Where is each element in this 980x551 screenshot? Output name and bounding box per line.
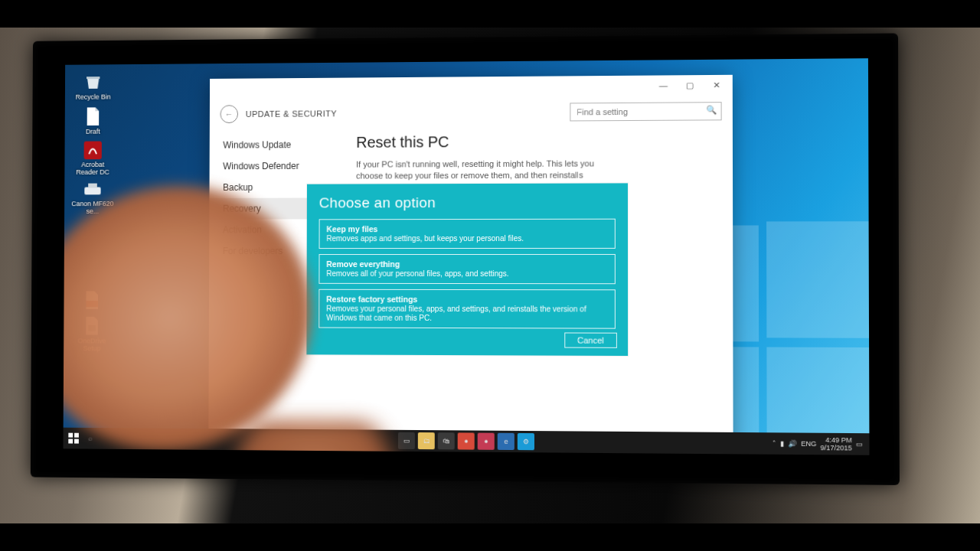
icon-label: Draft bbox=[86, 128, 100, 135]
taskbar: ⌕ ▭ 🗂 🛍 ● ● e ⚙ ˄ ▮ 🔊 ENG 4:49 PM bbox=[63, 428, 869, 455]
option-title: Remove everything bbox=[326, 259, 607, 269]
taskbar-settings[interactable]: ⚙ bbox=[518, 433, 534, 450]
start-button[interactable] bbox=[63, 428, 83, 449]
settings-search[interactable]: 🔍 bbox=[570, 102, 721, 121]
windows-desktop: Recycle Bin Draft Acrobat Reader DC bbox=[63, 58, 869, 455]
settings-header: ← UPDATE & SECURITY 🔍 bbox=[210, 95, 733, 130]
taskbar-edge[interactable]: e bbox=[498, 433, 514, 450]
taskbar-file-explorer[interactable]: 🗂 bbox=[418, 432, 435, 449]
desktop-icon-pdf[interactable] bbox=[70, 290, 114, 310]
svg-rect-2 bbox=[88, 184, 97, 188]
svg-rect-4 bbox=[88, 325, 96, 331]
letterbox bbox=[0, 523, 980, 551]
taskbar-chrome[interactable]: ● bbox=[458, 432, 475, 449]
icon-label: OneDrive Setup bbox=[78, 337, 106, 352]
printer-icon bbox=[70, 182, 115, 199]
search-input[interactable] bbox=[570, 102, 721, 121]
sidebar-item-windows-defender[interactable]: Windows Defender bbox=[210, 155, 349, 177]
option-remove-everything[interactable]: Remove everything Removes all of your pe… bbox=[318, 254, 615, 284]
tray-clock[interactable]: 4:49 PM 9/17/2015 bbox=[820, 436, 851, 452]
reset-options-dialog: Choose an option Keep my files Removes a… bbox=[306, 183, 628, 356]
desktop-icon-acrobat[interactable]: Acrobat Reader DC bbox=[70, 141, 115, 175]
taskbar-pinned: ▭ 🗂 🛍 ● ● e ⚙ bbox=[173, 431, 766, 452]
wallpaper-pane bbox=[766, 347, 869, 440]
recycle-bin-icon bbox=[71, 72, 116, 92]
minimize-button[interactable]: — bbox=[650, 77, 676, 93]
svg-rect-0 bbox=[84, 142, 102, 160]
svg-rect-7 bbox=[68, 439, 73, 444]
option-title: Keep my files bbox=[326, 224, 607, 233]
taskbar-tray[interactable]: ˄ ▮ 🔊 ENG 4:49 PM 9/17/2015 ▭ bbox=[766, 435, 869, 452]
option-subtitle: Removes apps and settings, but keeps you… bbox=[326, 234, 524, 243]
taskbar-app-red[interactable]: ● bbox=[478, 433, 495, 450]
option-title: Restore factory settings bbox=[326, 295, 608, 305]
settings-category-title: UPDATE & SECURITY bbox=[246, 109, 337, 119]
photo-surround: Recycle Bin Draft Acrobat Reader DC bbox=[0, 0, 980, 551]
search-icon: 🔍 bbox=[706, 105, 717, 115]
document-icon bbox=[70, 106, 115, 126]
tray-notifications-icon[interactable]: ▭ bbox=[856, 440, 863, 448]
cancel-button[interactable]: Cancel bbox=[564, 332, 617, 347]
svg-rect-6 bbox=[74, 433, 79, 438]
close-button[interactable]: ✕ bbox=[703, 77, 730, 93]
pdf-icon bbox=[70, 290, 114, 310]
tray-network-icon[interactable]: ▮ bbox=[780, 440, 784, 448]
svg-rect-8 bbox=[74, 439, 79, 444]
wallpaper-pane bbox=[766, 221, 869, 338]
desktop-icon-canon[interactable]: Canon MF620 se... bbox=[70, 182, 115, 215]
laptop-bezel: Recycle Bin Draft Acrobat Reader DC bbox=[31, 33, 900, 485]
option-restore-factory[interactable]: Restore factory settings Removes your pe… bbox=[318, 289, 616, 329]
desktop-icons: Recycle Bin Draft Acrobat Reader DC bbox=[70, 72, 116, 358]
cortana-search[interactable]: ⌕ bbox=[84, 435, 174, 443]
desktop-icon-recycle-bin[interactable]: Recycle Bin bbox=[71, 72, 116, 101]
dialog-title: Choose an option bbox=[319, 194, 616, 212]
tray-language[interactable]: ENG bbox=[801, 440, 816, 448]
windows-logo-icon bbox=[68, 433, 79, 444]
svg-rect-3 bbox=[86, 301, 98, 307]
acrobat-icon bbox=[70, 141, 115, 159]
sidebar-item-windows-update[interactable]: Windows Update bbox=[210, 134, 349, 156]
desktop-icon-onedrive-setup[interactable]: OneDrive Setup bbox=[70, 316, 114, 353]
desktop-icon-draft[interactable]: Draft bbox=[70, 106, 115, 135]
letterbox bbox=[0, 0, 980, 28]
arrow-left-icon: ← bbox=[225, 109, 234, 119]
tray-date: 9/17/2015 bbox=[820, 444, 851, 452]
option-keep-my-files[interactable]: Keep my files Removes apps and settings,… bbox=[319, 219, 616, 249]
option-subtitle: Removes all of your personal files, apps… bbox=[326, 269, 508, 278]
tray-time: 4:49 PM bbox=[820, 436, 851, 444]
page-title: Reset this PC bbox=[356, 132, 709, 152]
svg-rect-1 bbox=[84, 187, 100, 194]
svg-rect-5 bbox=[68, 433, 73, 438]
tray-chevron-up-icon[interactable]: ˄ bbox=[773, 439, 776, 447]
back-button[interactable]: ← bbox=[220, 105, 239, 123]
taskbar-task-view[interactable]: ▭ bbox=[398, 432, 415, 449]
icon-label: Acrobat Reader DC bbox=[76, 161, 109, 176]
tray-volume-icon[interactable]: 🔊 bbox=[789, 440, 797, 448]
maximize-button[interactable]: ▢ bbox=[677, 77, 704, 93]
taskbar-store[interactable]: 🛍 bbox=[438, 432, 455, 449]
icon-label: Canon MF620 se... bbox=[71, 200, 113, 215]
option-subtitle: Removes your personal files, apps, and s… bbox=[326, 305, 586, 322]
installer-icon bbox=[70, 316, 114, 336]
icon-label: Recycle Bin bbox=[76, 93, 111, 101]
